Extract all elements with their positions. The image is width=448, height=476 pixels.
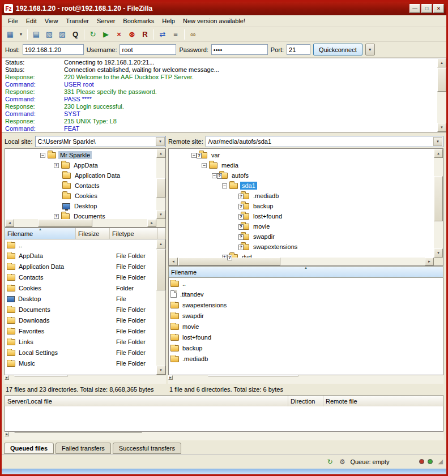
scroll-up-icon[interactable]: ▲	[434, 149, 443, 158]
tree-node[interactable]: ? lost+found	[169, 211, 443, 221]
file-row[interactable]: AppData File Folder	[5, 250, 165, 261]
scroll-down-icon[interactable]: ▼	[437, 123, 446, 132]
username-input[interactable]	[120, 44, 176, 55]
collapse-icon[interactable]: −	[40, 153, 45, 158]
toggle-queue-button[interactable]: Q	[69, 28, 82, 40]
queue-processing-icon[interactable]: ↻	[325, 457, 334, 466]
tree-node[interactable]: ? .mediadb	[169, 191, 443, 201]
expand-icon[interactable]: +	[54, 214, 59, 219]
maximize-button[interactable]: □	[421, 4, 432, 13]
column-header-filesize[interactable]: Filesize	[76, 228, 110, 239]
scrollbar-thumb[interactable]	[38, 219, 92, 227]
scroll-right-icon[interactable]: ►	[168, 375, 173, 380]
menu-bookmarks[interactable]: Bookmarks	[119, 16, 158, 26]
file-row[interactable]: Desktop File	[5, 293, 165, 304]
tree-node-selected[interactable]: − sda1	[169, 181, 443, 191]
file-row[interactable]: Favorites File Folder	[5, 325, 165, 336]
menu-server[interactable]: Server	[93, 16, 119, 26]
toggle-message-log-button[interactable]: ▤	[30, 28, 42, 40]
column-header-direction[interactable]: Direction	[288, 396, 323, 406]
tree-node[interactable]: Cookies	[5, 191, 165, 201]
menu-file[interactable]: File	[4, 16, 22, 26]
file-row[interactable]: movie	[169, 321, 443, 332]
file-row[interactable]: Links File Folder	[5, 336, 165, 347]
scroll-down-icon[interactable]: ▼	[156, 210, 165, 219]
resize-grip-icon[interactable]: ◢	[438, 458, 443, 465]
scroll-left-icon[interactable]: ◄	[169, 258, 178, 265]
expand-icon[interactable]: +	[54, 163, 59, 168]
file-row[interactable]: Local Settings File Folder	[5, 347, 165, 358]
tab-queued-files[interactable]: Queued files	[4, 443, 54, 454]
tree-node[interactable]: ? movie	[169, 221, 443, 231]
column-header-filename[interactable]: ▲ Filename	[5, 228, 76, 239]
scrollbar-thumb[interactable]	[14, 432, 142, 433]
file-row[interactable]: Documents File Folder	[5, 304, 165, 315]
scroll-up-icon[interactable]: ▲	[156, 149, 165, 158]
file-row[interactable]: Contacts File Folder	[5, 272, 165, 282]
settings-icon[interactable]: ⚙	[338, 457, 347, 466]
scroll-left-icon[interactable]: ◄	[5, 219, 14, 227]
menu-view[interactable]: View	[41, 16, 62, 26]
file-row[interactable]: ..	[169, 278, 443, 289]
file-row[interactable]: Music File Folder	[5, 358, 165, 368]
quickconnect-button[interactable]: Quickconnect	[313, 44, 362, 55]
log-vertical-scrollbar[interactable]: ▲ ▼	[437, 58, 446, 132]
column-header-server-local-file[interactable]: Server/Local file	[5, 396, 288, 406]
cancel-button[interactable]: ×	[113, 28, 125, 40]
toggle-remote-tree-button[interactable]: ▨	[56, 28, 69, 40]
find-files-button[interactable]: ∞	[187, 28, 199, 40]
collapse-icon[interactable]: −	[222, 183, 227, 188]
process-queue-button[interactable]: ▶	[100, 28, 112, 40]
scroll-right-icon[interactable]: ►	[147, 219, 156, 227]
tree-node[interactable]: − media	[169, 160, 443, 170]
directory-comparison-button[interactable]: ⇄	[156, 28, 169, 40]
file-row[interactable]: swapextensions	[169, 299, 443, 310]
local-list-vertical-scrollbar[interactable]: ▲ ▼	[156, 239, 165, 375]
disconnect-button[interactable]: ⊗	[126, 28, 138, 40]
site-manager-button[interactable]: ▦	[4, 28, 16, 40]
host-input[interactable]	[23, 44, 84, 55]
column-header-filename[interactable]: ▲ Filename	[169, 267, 443, 277]
combo-dropdown-icon[interactable]: ▼	[156, 137, 165, 146]
collapse-icon[interactable]: −	[212, 173, 217, 178]
tab-successful-transfers[interactable]: Successful transfers	[113, 443, 181, 454]
menu-transfer[interactable]: Transfer	[62, 16, 93, 26]
local-list-horizontal-scrollbar[interactable]: ◄ ►	[5, 375, 166, 384]
scrollbar-thumb[interactable]	[14, 375, 68, 376]
close-button[interactable]: ×	[433, 4, 444, 13]
scroll-down-icon[interactable]: ▼	[156, 366, 165, 375]
file-row[interactable]: .titandev	[169, 289, 443, 299]
reconnect-button[interactable]: R	[139, 28, 151, 40]
local-tree-vertical-scrollbar[interactable]: ▲ ▼	[156, 149, 165, 219]
scroll-up-icon[interactable]: ▲	[156, 239, 165, 248]
toggle-local-tree-button[interactable]: ▧	[43, 28, 56, 40]
column-header-remote-file[interactable]: Remote file	[323, 396, 443, 406]
local-tree-horizontal-scrollbar[interactable]: ◄ ►	[5, 219, 156, 227]
minimize-button[interactable]: —	[409, 4, 420, 13]
file-row[interactable]: ..	[5, 239, 165, 250]
tree-node[interactable]: Contacts	[5, 181, 165, 191]
file-row[interactable]: backup	[169, 342, 443, 353]
menu-edit[interactable]: Edit	[22, 16, 41, 26]
tree-node[interactable]: ? backup	[169, 201, 443, 211]
scrollbar-thumb[interactable]	[156, 250, 165, 290]
site-manager-dropdown-icon[interactable]: ▼	[17, 28, 25, 40]
tree-node[interactable]: − ? autofs	[169, 170, 443, 181]
tree-node[interactable]: − Mr Sparkle	[5, 150, 165, 160]
tree-node[interactable]: Application Data	[5, 170, 165, 181]
remote-list-horizontal-scrollbar[interactable]: ◄ ►	[168, 375, 443, 384]
scroll-right-icon[interactable]: ►	[5, 375, 9, 380]
scroll-right-icon[interactable]: ►	[425, 258, 434, 265]
scroll-right-icon[interactable]: ►	[5, 432, 9, 436]
tab-failed-transfers[interactable]: Failed transfers	[56, 443, 111, 454]
file-row[interactable]: Cookies Folder	[5, 282, 165, 293]
refresh-button[interactable]: ↻	[87, 28, 99, 40]
collapse-icon[interactable]: −	[202, 163, 207, 168]
tree-node[interactable]: Desktop	[5, 201, 165, 211]
scrollbar-thumb[interactable]	[156, 178, 165, 198]
scrollbar-thumb[interactable]	[437, 68, 446, 92]
port-input[interactable]	[287, 44, 310, 55]
scroll-up-icon[interactable]: ▲	[437, 58, 446, 67]
file-row[interactable]: .mediadb	[169, 353, 443, 364]
combo-dropdown-icon[interactable]: ▼	[433, 137, 442, 146]
